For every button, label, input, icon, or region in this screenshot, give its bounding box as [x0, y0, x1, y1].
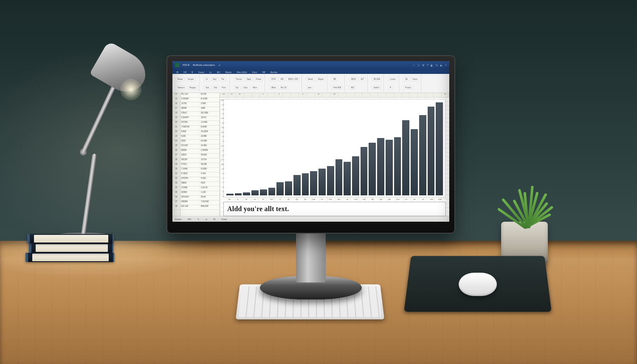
chart-bar[interactable] [361, 147, 368, 195]
ribbon-tab[interactable]: Petu 122m [234, 71, 249, 74]
ribbon-button[interactable]: CPIN [269, 77, 277, 81]
ribbon-button[interactable]: Fhar B30 [332, 86, 343, 90]
ribbon-button[interactable]: Cn [204, 77, 210, 81]
chart-bar[interactable] [402, 120, 409, 195]
column-header[interactable]: 43 [442, 93, 450, 97]
row-header[interactable]: 15 [172, 98, 180, 102]
column-header[interactable] [355, 93, 363, 97]
row-header[interactable]: 23 [172, 135, 180, 140]
column-header[interactable]: 59 [315, 93, 323, 97]
chart-bar[interactable] [310, 171, 317, 195]
close-icon[interactable]: × [445, 64, 447, 67]
table-row[interactable]: SO'00C1.0.460 [180, 121, 220, 126]
row-header[interactable]: 22 [172, 130, 180, 135]
column-header[interactable]: 23 [236, 93, 244, 97]
ribbon-button[interactable]: Moleons [176, 86, 186, 90]
table-row[interactable]: 117S12.928 [180, 102, 220, 107]
column-header[interactable]: 4 [259, 93, 268, 97]
column-header[interactable] [338, 93, 347, 97]
ribbon-button[interactable]: Nocot [411, 77, 419, 81]
column-header[interactable] [291, 93, 299, 97]
ribbon-button[interactable]: Pshap [254, 77, 263, 81]
ribbon-tab[interactable]: Barion [223, 71, 234, 74]
chart-bar[interactable] [293, 175, 301, 195]
table-row[interactable]: HC 1148.4.50 [180, 93, 220, 98]
table-row[interactable]: 0/50'055:000 [180, 154, 220, 158]
table-row[interactable]: 0470'004-018 [180, 177, 220, 182]
ribbon-tab[interactable]: Bcurles [268, 71, 279, 74]
ribbon-button[interactable]: Sdco [242, 86, 250, 90]
alt-text-input[interactable]: Aldd you're allt text. [223, 202, 446, 216]
comment-icon[interactable]: ✎ [436, 64, 438, 67]
chart-bar[interactable] [302, 173, 309, 195]
row-header[interactable]: 27 [172, 154, 180, 158]
ribbon-tab[interactable]: HB [260, 71, 268, 74]
title-bar[interactable]: P03 B Buffiotte odresation ↗ — ☐ ⚒ ? ◧ ✎… [172, 61, 449, 69]
mouse[interactable] [459, 273, 497, 296]
table-row[interactable]: 3 BLIC28 C836 [180, 112, 220, 116]
ribbon-button[interactable]: B5.D88 [372, 77, 382, 81]
table-row[interactable]: 7-020OM8.0248 [180, 126, 220, 130]
chart-bar[interactable] [436, 102, 443, 195]
chart-bar[interactable] [235, 193, 242, 195]
table-row[interactable]: 510922.890 [180, 135, 220, 140]
column-header[interactable]: 20 [228, 93, 236, 97]
row-header[interactable]: 21 [172, 126, 180, 130]
chart-bar[interactable] [268, 188, 276, 195]
bookmark-icon[interactable]: ◧ [431, 64, 433, 67]
column-header[interactable] [434, 93, 442, 97]
ribbon-button[interactable]: Pont [220, 86, 228, 90]
row-header[interactable]: 31 [172, 172, 180, 177]
table-row[interactable]: 297191550.84 [180, 196, 220, 200]
ribbon-button[interactable]: Dey! [211, 77, 218, 81]
ribbon-button[interactable]: Reces [176, 77, 185, 81]
column-header[interactable] [402, 93, 410, 97]
ribbon-button[interactable]: R [388, 86, 393, 90]
ribbon-button[interactable]: Sagn [245, 77, 253, 81]
table-row[interactable]: 40(10015 014 [180, 158, 220, 163]
ribbon-tab[interactable]: Ln [207, 71, 214, 74]
ribbon-button[interactable]: Flis [220, 77, 226, 81]
chart-bar[interactable] [276, 182, 284, 195]
chart-bar[interactable] [251, 190, 259, 195]
ribbon-button[interactable]: Sbc 20 [279, 86, 288, 90]
column-header[interactable] [244, 93, 252, 97]
chart-bar[interactable] [260, 189, 267, 195]
table-row[interactable]: SOO3024.384 [180, 144, 220, 149]
table-row[interactable]: 800502.50009 [180, 149, 220, 154]
ribbon-button[interactable]: BB [332, 77, 338, 81]
chart-bar[interactable] [352, 156, 359, 196]
chart-bar[interactable] [226, 194, 234, 195]
ribbon-button[interactable]: Seod1 [306, 77, 315, 81]
column-header[interactable] [378, 93, 386, 97]
ribbon-button[interactable]: Doopte [186, 77, 196, 81]
row-header[interactable]: 24 [172, 140, 180, 144]
chart-bar[interactable] [377, 138, 384, 195]
chart-bar[interactable] [335, 159, 343, 195]
column-header[interactable]: 3 [275, 93, 283, 97]
data-columns[interactable]: HC 1148.4.504 SF53F8.4 058117S12.9286059… [180, 93, 220, 216]
present-icon[interactable]: ▶ [440, 64, 443, 67]
ribbon-button[interactable]: toen [306, 86, 313, 90]
help-icon[interactable]: ? [427, 64, 428, 67]
row-headers[interactable]: 1415161718192021222324252627282930313233… [172, 93, 180, 216]
table-row[interactable]: 6.'30104.419 [180, 172, 220, 177]
row-header[interactable]: 33 [172, 182, 180, 186]
chart-bar[interactable] [318, 169, 326, 195]
row-header[interactable]: 25 [172, 144, 180, 149]
column-header[interactable] [418, 93, 426, 97]
ribbon-button[interactable]: Sco [234, 86, 241, 90]
column-header[interactable]: HP [331, 93, 339, 97]
ribbon-button[interactable]: 697 [359, 77, 366, 81]
column-header[interactable] [268, 93, 276, 97]
ribbon-button[interactable]: 863 [349, 86, 356, 90]
row-header[interactable]: 16 [172, 102, 180, 107]
ribbon-button[interactable]: Sae [204, 86, 211, 90]
bar-chart[interactable] [223, 99, 446, 198]
column-header[interactable]: ED [220, 93, 228, 97]
ribbon-button[interactable]: SE [403, 77, 409, 81]
ribbon-tab[interactable]: IEC [215, 71, 223, 74]
table-row[interactable]: 3D3941-100 [180, 191, 220, 196]
table-row[interactable]: 5.3243H16.8.0 [180, 116, 220, 121]
ribbon-tab[interactable]: Coson [196, 71, 206, 74]
